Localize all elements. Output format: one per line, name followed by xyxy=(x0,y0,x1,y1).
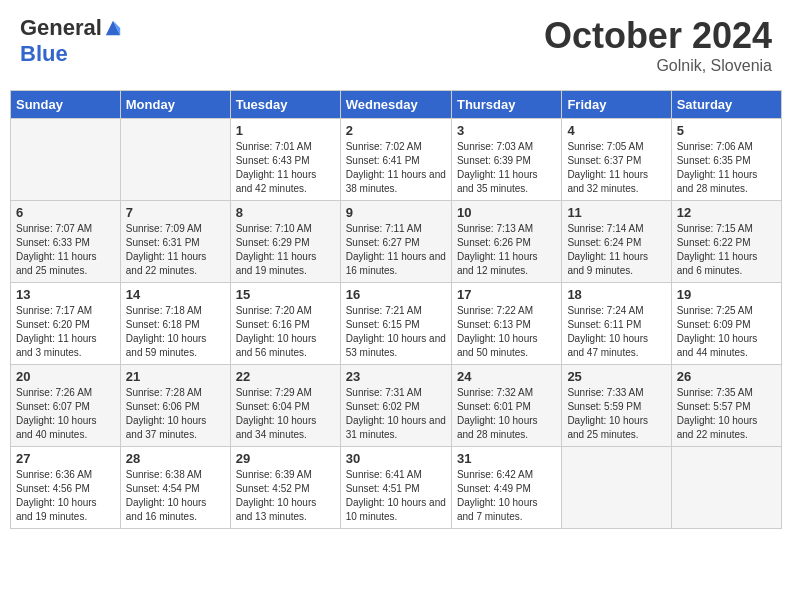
day-info: Sunrise: 7:26 AMSunset: 6:07 PMDaylight:… xyxy=(16,386,115,442)
calendar-cell: 30Sunrise: 6:41 AMSunset: 4:51 PMDayligh… xyxy=(340,447,451,529)
day-info: Sunrise: 7:31 AMSunset: 6:02 PMDaylight:… xyxy=(346,386,446,442)
calendar-cell: 4Sunrise: 7:05 AMSunset: 6:37 PMDaylight… xyxy=(562,119,671,201)
calendar-cell: 9Sunrise: 7:11 AMSunset: 6:27 PMDaylight… xyxy=(340,201,451,283)
day-number: 6 xyxy=(16,205,115,220)
day-number: 26 xyxy=(677,369,776,384)
location: Golnik, Slovenia xyxy=(544,57,772,75)
calendar-cell: 2Sunrise: 7:02 AMSunset: 6:41 PMDaylight… xyxy=(340,119,451,201)
day-info: Sunrise: 6:38 AMSunset: 4:54 PMDaylight:… xyxy=(126,468,225,524)
day-info: Sunrise: 7:18 AMSunset: 6:18 PMDaylight:… xyxy=(126,304,225,360)
calendar-cell xyxy=(120,119,230,201)
day-number: 19 xyxy=(677,287,776,302)
calendar-cell: 20Sunrise: 7:26 AMSunset: 6:07 PMDayligh… xyxy=(11,365,121,447)
day-info: Sunrise: 7:14 AMSunset: 6:24 PMDaylight:… xyxy=(567,222,665,278)
day-number: 25 xyxy=(567,369,665,384)
day-info: Sunrise: 7:02 AMSunset: 6:41 PMDaylight:… xyxy=(346,140,446,196)
header-monday: Monday xyxy=(120,91,230,119)
header-saturday: Saturday xyxy=(671,91,781,119)
calendar-header-row: Sunday Monday Tuesday Wednesday Thursday… xyxy=(11,91,782,119)
day-number: 11 xyxy=(567,205,665,220)
day-number: 13 xyxy=(16,287,115,302)
calendar-cell xyxy=(671,447,781,529)
day-info: Sunrise: 7:06 AMSunset: 6:35 PMDaylight:… xyxy=(677,140,776,196)
calendar-cell: 27Sunrise: 6:36 AMSunset: 4:56 PMDayligh… xyxy=(11,447,121,529)
day-info: Sunrise: 6:41 AMSunset: 4:51 PMDaylight:… xyxy=(346,468,446,524)
calendar-cell: 14Sunrise: 7:18 AMSunset: 6:18 PMDayligh… xyxy=(120,283,230,365)
day-info: Sunrise: 7:29 AMSunset: 6:04 PMDaylight:… xyxy=(236,386,335,442)
calendar-cell: 24Sunrise: 7:32 AMSunset: 6:01 PMDayligh… xyxy=(451,365,561,447)
page-header: General Blue October 2024 Golnik, Sloven… xyxy=(10,10,782,80)
calendar-cell: 8Sunrise: 7:10 AMSunset: 6:29 PMDaylight… xyxy=(230,201,340,283)
calendar-cell: 23Sunrise: 7:31 AMSunset: 6:02 PMDayligh… xyxy=(340,365,451,447)
calendar-cell: 3Sunrise: 7:03 AMSunset: 6:39 PMDaylight… xyxy=(451,119,561,201)
day-info: Sunrise: 7:22 AMSunset: 6:13 PMDaylight:… xyxy=(457,304,556,360)
calendar-cell: 22Sunrise: 7:29 AMSunset: 6:04 PMDayligh… xyxy=(230,365,340,447)
month-year: October 2024 xyxy=(544,15,772,57)
day-info: Sunrise: 7:33 AMSunset: 5:59 PMDaylight:… xyxy=(567,386,665,442)
day-number: 12 xyxy=(677,205,776,220)
calendar-week-row: 13Sunrise: 7:17 AMSunset: 6:20 PMDayligh… xyxy=(11,283,782,365)
logo-general-text: General xyxy=(20,15,102,41)
month-title: October 2024 Golnik, Slovenia xyxy=(544,15,772,75)
calendar-cell: 12Sunrise: 7:15 AMSunset: 6:22 PMDayligh… xyxy=(671,201,781,283)
day-info: Sunrise: 7:05 AMSunset: 6:37 PMDaylight:… xyxy=(567,140,665,196)
day-number: 1 xyxy=(236,123,335,138)
calendar-cell: 31Sunrise: 6:42 AMSunset: 4:49 PMDayligh… xyxy=(451,447,561,529)
day-info: Sunrise: 7:15 AMSunset: 6:22 PMDaylight:… xyxy=(677,222,776,278)
calendar-cell: 7Sunrise: 7:09 AMSunset: 6:31 PMDaylight… xyxy=(120,201,230,283)
calendar-cell: 10Sunrise: 7:13 AMSunset: 6:26 PMDayligh… xyxy=(451,201,561,283)
calendar-cell: 28Sunrise: 6:38 AMSunset: 4:54 PMDayligh… xyxy=(120,447,230,529)
day-number: 17 xyxy=(457,287,556,302)
calendar-week-row: 6Sunrise: 7:07 AMSunset: 6:33 PMDaylight… xyxy=(11,201,782,283)
day-number: 23 xyxy=(346,369,446,384)
day-info: Sunrise: 7:10 AMSunset: 6:29 PMDaylight:… xyxy=(236,222,335,278)
day-number: 9 xyxy=(346,205,446,220)
calendar-cell xyxy=(562,447,671,529)
calendar-cell xyxy=(11,119,121,201)
day-info: Sunrise: 7:07 AMSunset: 6:33 PMDaylight:… xyxy=(16,222,115,278)
day-info: Sunrise: 7:28 AMSunset: 6:06 PMDaylight:… xyxy=(126,386,225,442)
day-number: 31 xyxy=(457,451,556,466)
header-sunday: Sunday xyxy=(11,91,121,119)
day-number: 8 xyxy=(236,205,335,220)
day-number: 16 xyxy=(346,287,446,302)
day-number: 20 xyxy=(16,369,115,384)
calendar-cell: 11Sunrise: 7:14 AMSunset: 6:24 PMDayligh… xyxy=(562,201,671,283)
calendar-cell: 6Sunrise: 7:07 AMSunset: 6:33 PMDaylight… xyxy=(11,201,121,283)
day-number: 4 xyxy=(567,123,665,138)
day-number: 15 xyxy=(236,287,335,302)
day-info: Sunrise: 7:25 AMSunset: 6:09 PMDaylight:… xyxy=(677,304,776,360)
calendar-cell: 18Sunrise: 7:24 AMSunset: 6:11 PMDayligh… xyxy=(562,283,671,365)
day-info: Sunrise: 7:01 AMSunset: 6:43 PMDaylight:… xyxy=(236,140,335,196)
calendar-cell: 13Sunrise: 7:17 AMSunset: 6:20 PMDayligh… xyxy=(11,283,121,365)
calendar-cell: 5Sunrise: 7:06 AMSunset: 6:35 PMDaylight… xyxy=(671,119,781,201)
day-info: Sunrise: 7:11 AMSunset: 6:27 PMDaylight:… xyxy=(346,222,446,278)
header-tuesday: Tuesday xyxy=(230,91,340,119)
calendar-week-row: 20Sunrise: 7:26 AMSunset: 6:07 PMDayligh… xyxy=(11,365,782,447)
day-info: Sunrise: 7:24 AMSunset: 6:11 PMDaylight:… xyxy=(567,304,665,360)
day-info: Sunrise: 7:13 AMSunset: 6:26 PMDaylight:… xyxy=(457,222,556,278)
calendar-cell: 25Sunrise: 7:33 AMSunset: 5:59 PMDayligh… xyxy=(562,365,671,447)
day-number: 7 xyxy=(126,205,225,220)
day-number: 2 xyxy=(346,123,446,138)
day-info: Sunrise: 7:35 AMSunset: 5:57 PMDaylight:… xyxy=(677,386,776,442)
calendar-table: Sunday Monday Tuesday Wednesday Thursday… xyxy=(10,90,782,529)
day-number: 3 xyxy=(457,123,556,138)
day-number: 30 xyxy=(346,451,446,466)
logo: General Blue xyxy=(20,15,122,67)
day-info: Sunrise: 7:32 AMSunset: 6:01 PMDaylight:… xyxy=(457,386,556,442)
calendar-cell: 21Sunrise: 7:28 AMSunset: 6:06 PMDayligh… xyxy=(120,365,230,447)
day-number: 22 xyxy=(236,369,335,384)
day-number: 18 xyxy=(567,287,665,302)
calendar-cell: 19Sunrise: 7:25 AMSunset: 6:09 PMDayligh… xyxy=(671,283,781,365)
calendar-week-row: 1Sunrise: 7:01 AMSunset: 6:43 PMDaylight… xyxy=(11,119,782,201)
calendar-cell: 15Sunrise: 7:20 AMSunset: 6:16 PMDayligh… xyxy=(230,283,340,365)
day-number: 28 xyxy=(126,451,225,466)
day-info: Sunrise: 6:39 AMSunset: 4:52 PMDaylight:… xyxy=(236,468,335,524)
day-info: Sunrise: 7:09 AMSunset: 6:31 PMDaylight:… xyxy=(126,222,225,278)
day-number: 24 xyxy=(457,369,556,384)
day-info: Sunrise: 7:21 AMSunset: 6:15 PMDaylight:… xyxy=(346,304,446,360)
day-number: 14 xyxy=(126,287,225,302)
header-friday: Friday xyxy=(562,91,671,119)
calendar-week-row: 27Sunrise: 6:36 AMSunset: 4:56 PMDayligh… xyxy=(11,447,782,529)
